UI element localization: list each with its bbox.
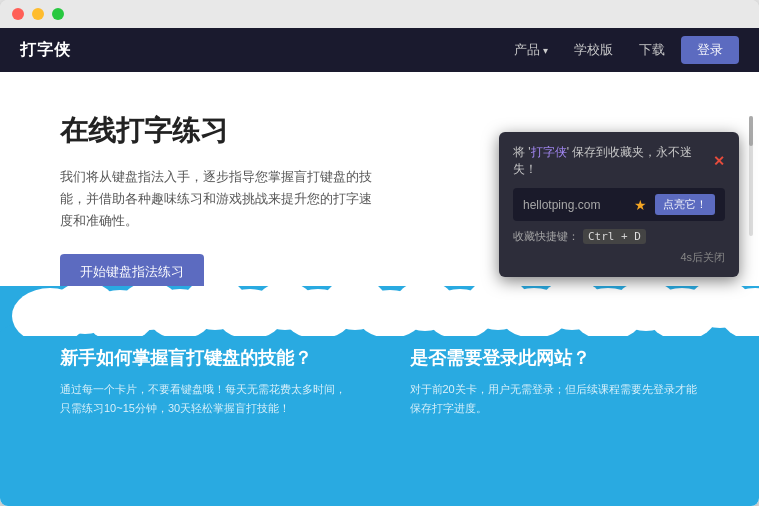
scrollbar-track[interactable] (749, 116, 753, 236)
popup-url-text: hellotping.com (523, 198, 626, 212)
hero-description: 我们将从键盘指法入手，逐步指导您掌握盲打键盘的技能，并借助各种趣味练习和游戏挑战… (60, 166, 380, 232)
popup-shortcut-key: Ctrl + D (583, 229, 646, 244)
scrollbar-thumb[interactable] (749, 116, 753, 146)
nav-item-school-label: 学校版 (574, 41, 613, 59)
bookmark-star-icon[interactable]: ★ (634, 197, 647, 213)
nav-item-download[interactable]: 下载 (629, 37, 675, 63)
nav-menu: 产品 ▾ 学校版 下载 登录 (504, 36, 739, 64)
popup-title-highlight: 打字侠 (531, 145, 567, 159)
nav-item-school[interactable]: 学校版 (564, 37, 623, 63)
title-bar (0, 0, 759, 28)
page-main: 在线打字练习 我们将从键盘指法入手，逐步指导您掌握盲打键盘的技能，并借助各种趣味… (0, 72, 759, 506)
window: 打字侠 产品 ▾ 学校版 下载 登录 在线打字练习 我们将从键盘指法入手，逐 (0, 0, 759, 506)
browser-content: 打字侠 产品 ▾ 学校版 下载 登录 在线打字练习 我们将从键盘指法入手，逐 (0, 28, 759, 506)
popup-star-button[interactable]: 点亮它！ (655, 194, 715, 215)
popup-title-prefix: 将 ' (513, 145, 531, 159)
popup-title: 将 '打字侠' 保存到收藏夹，永不迷失！ (513, 144, 713, 178)
popup-url-row: hellotping.com ★ 点亮它！ (513, 188, 725, 221)
close-button[interactable] (12, 8, 24, 20)
popup-shortcut-row: 收藏快捷键： Ctrl + D (513, 229, 725, 244)
cloud-col-2: 是否需要登录此网站？ 对于前20关卡，用户无需登录；但后续课程需要先登录才能保存… (410, 346, 700, 486)
popup-close-button[interactable]: ✕ (713, 153, 725, 169)
nav-item-product-label: 产品 (514, 41, 540, 59)
btn-start-practice[interactable]: 开始键盘指法练习 (60, 254, 204, 290)
popup-timer: 4s后关闭 (513, 250, 725, 265)
cloud-section: 新手如何掌握盲打键盘的技能？ 通过每一个卡片，不要看键盘哦！每天无需花费太多时间… (0, 286, 759, 506)
maximize-button[interactable] (52, 8, 64, 20)
nav-logo[interactable]: 打字侠 (20, 40, 71, 61)
cloud-content: 新手如何掌握盲打键盘的技能？ 通过每一个卡片，不要看键盘哦！每天无需花费太多时间… (0, 326, 759, 506)
chevron-down-icon: ▾ (543, 45, 548, 56)
nav-item-download-label: 下载 (639, 41, 665, 59)
cloud-text-2: 对于前20关卡，用户无需登录；但后续课程需要先登录才能保存打字进度。 (410, 380, 700, 417)
cloud-text-1: 通过每一个卡片，不要看键盘哦！每天无需花费太多时间，只需练习10~15分钟，30… (60, 380, 350, 417)
navbar: 打字侠 产品 ▾ 学校版 下载 登录 (0, 28, 759, 72)
nav-item-product[interactable]: 产品 ▾ (504, 37, 558, 63)
minimize-button[interactable] (32, 8, 44, 20)
cloud-title-1: 新手如何掌握盲打键盘的技能？ (60, 346, 350, 370)
cloud-title-2: 是否需要登录此网站？ (410, 346, 700, 370)
login-button[interactable]: 登录 (681, 36, 739, 64)
bookmark-popup: 将 '打字侠' 保存到收藏夹，永不迷失！ ✕ hellotping.com ★ … (499, 132, 739, 277)
cloud-col-1: 新手如何掌握盲打键盘的技能？ 通过每一个卡片，不要看键盘哦！每天无需花费太多时间… (60, 346, 350, 486)
popup-shortcut-label: 收藏快捷键： (513, 229, 579, 244)
popup-header: 将 '打字侠' 保存到收藏夹，永不迷失！ ✕ (513, 144, 725, 178)
